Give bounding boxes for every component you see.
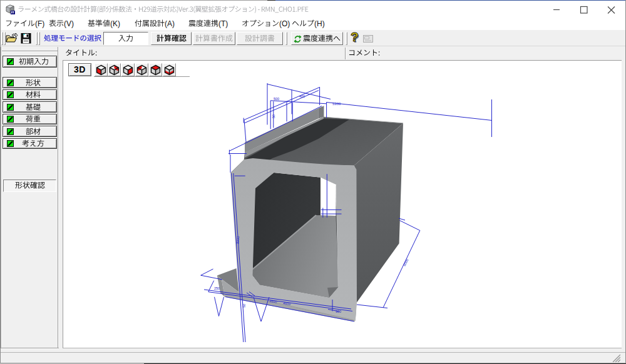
svg-text:500: 500 [274,97,279,101]
svg-text:400: 400 [299,94,305,98]
svg-text:250: 250 [214,286,220,290]
svg-text:5300: 5300 [332,102,341,106]
svg-text:8000: 8000 [236,236,240,244]
svg-text:900: 900 [336,310,341,313]
svg-text:8000: 8000 [403,258,409,267]
svg-text:50: 50 [242,304,246,308]
svg-text:50: 50 [272,114,275,118]
